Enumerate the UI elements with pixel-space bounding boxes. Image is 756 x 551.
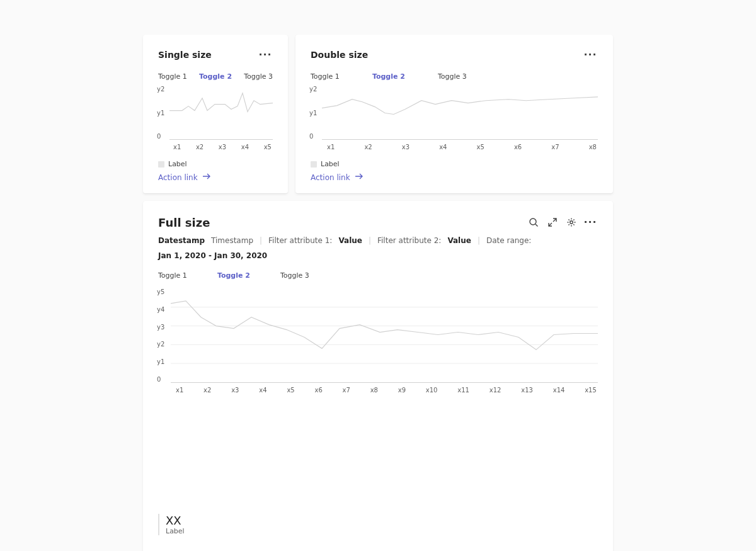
card-full: Full size ··· Datestamp Timestamp | Filt… (143, 201, 613, 551)
kpi-value: XX (166, 514, 598, 527)
legend: Label (158, 160, 187, 168)
daterange-value[interactable]: Jan 1, 2020 - Jan 30, 2020 (158, 251, 267, 260)
toggle-3[interactable]: Toggle 3 (438, 71, 467, 82)
chart-plot (171, 288, 598, 383)
filter2-value[interactable]: Value (447, 236, 471, 245)
legend-label: Label (168, 160, 187, 168)
action-link[interactable]: Action link (311, 171, 364, 183)
x-axis: x1x2x3x4x5 (173, 144, 272, 151)
data-table: Column 1 Column 2 Column 3 Column 4 Colu… (158, 548, 598, 551)
toggle-1[interactable]: Toggle 1 (158, 270, 187, 281)
toggle-2[interactable]: Toggle 2 (372, 71, 405, 82)
card-double: Double size ··· Toggle 1 Toggle 2 Toggle… (295, 35, 613, 193)
card-single: Single size ··· Toggle 1 Toggle 2 Toggle… (143, 35, 288, 193)
toggle-2[interactable]: Toggle 2 (199, 71, 232, 82)
filter1-label: Filter attribute 1: (268, 236, 332, 245)
gear-icon (566, 217, 576, 227)
y-axis: y2 y1 0 (309, 86, 317, 140)
toggle-3[interactable]: Toggle 3 (280, 270, 309, 281)
arrow-right-icon (202, 171, 212, 183)
filter1-value[interactable]: Value (338, 236, 362, 245)
legend-swatch (311, 161, 317, 168)
settings-button[interactable] (564, 215, 579, 230)
toggle-1[interactable]: Toggle 1 (158, 71, 187, 82)
more-button[interactable]: ··· (583, 215, 598, 230)
timestamp-toggle[interactable]: Timestamp (211, 236, 253, 245)
chart-plot (322, 86, 598, 140)
y-axis: y5 y4 y3 y2 y1 0 (157, 288, 164, 383)
toggle-2[interactable]: Toggle 2 (217, 270, 250, 281)
legend-swatch (158, 161, 164, 168)
search-icon (529, 217, 539, 227)
y-axis: y2 y1 0 (157, 86, 164, 140)
arrow-right-icon (354, 171, 364, 183)
toggle-1[interactable]: Toggle 1 (311, 71, 340, 82)
kpi: XX Label (158, 514, 598, 535)
more-icon: ··· (583, 50, 597, 60)
more-icon: ··· (258, 50, 272, 60)
card-title: Full size (158, 216, 210, 229)
card-title: Single size (158, 50, 212, 60)
more-button[interactable]: ··· (583, 47, 598, 62)
svg-point-0 (530, 219, 536, 225)
chart-plot (169, 86, 273, 140)
daterange-label: Date range: (486, 236, 531, 245)
svg-point-1 (570, 221, 573, 224)
filter2-label: Filter attribute 2: (377, 236, 441, 245)
search-button[interactable] (526, 215, 541, 230)
x-axis: x1x2x3x4x5x6x7x8x9x10x11x12x13x14x15 (176, 387, 597, 394)
more-button[interactable]: ··· (258, 47, 273, 62)
action-link[interactable]: Action link (158, 171, 212, 183)
expand-button[interactable] (545, 215, 560, 230)
more-icon: ··· (583, 217, 597, 227)
card-title: Double size (311, 50, 368, 60)
datestamp-toggle[interactable]: Datestamp (158, 236, 205, 245)
kpi-label: Label (166, 527, 598, 535)
x-axis: x1x2x3x4x5x6x7x8 (327, 144, 597, 151)
toggle-3[interactable]: Toggle 3 (244, 71, 273, 82)
legend: Label (311, 160, 340, 168)
expand-icon (547, 217, 558, 227)
legend-label: Label (321, 160, 340, 168)
subheader: Datestamp Timestamp | Filter attribute 1… (158, 236, 598, 260)
